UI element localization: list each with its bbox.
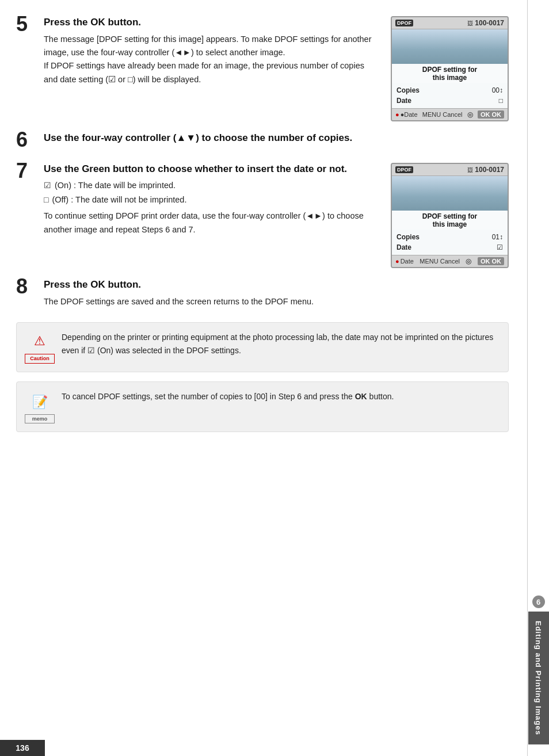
cs2-nav-icon: ◎ xyxy=(466,257,471,265)
camera-screen-1: DPOF 🖼 100-0017 DPOF setting for this im… xyxy=(391,16,509,121)
step-8-title: Press the OK button. xyxy=(44,278,509,292)
cs2-file-info: 🖼 100-0017 xyxy=(467,166,504,174)
memo-text: To cancel DPOF settings, set the number … xyxy=(62,390,394,403)
step-5-body: The message [DPOF setting for this image… xyxy=(44,33,380,86)
cs2-ok-label: OK OK xyxy=(478,257,504,265)
memo-note: memo To cancel DPOF settings, set the nu… xyxy=(16,381,509,432)
cs1-bottom-bar: ●●Date MENU Cancel ◎ OK OK xyxy=(392,108,508,120)
step-7-body: ☑ (On) : The date will be imprinted. □ (… xyxy=(44,180,380,236)
checkbox-off-icon: □ xyxy=(44,194,48,206)
cs1-date-row: Date □ xyxy=(396,96,503,106)
caution-text: Depending on the printer or printing equ… xyxy=(62,331,499,357)
memo-icon-container: memo xyxy=(25,390,55,423)
memo-icon xyxy=(25,390,55,414)
step-5: 5 Press the OK button. The message [DPOF… xyxy=(16,16,509,121)
step-7-item1-label: (On) : The date will be imprinted. xyxy=(55,180,176,192)
step-5-number: 5 xyxy=(16,14,44,35)
caution-note: Caution Depending on the printer or prin… xyxy=(16,322,509,372)
page-number: 136 xyxy=(16,743,29,753)
cs2-date-label: Date xyxy=(396,243,411,251)
page-number-bar: 136 xyxy=(0,740,45,756)
sidebar-chapter-number: 6 xyxy=(532,595,545,608)
step-7-item2-label: (Off) : The date will not be imprinted. xyxy=(52,194,186,207)
memo-label: memo xyxy=(25,414,55,423)
step-7: 7 Use the Green button to choose whether… xyxy=(16,163,509,268)
cs1-file-icon: 🖼 xyxy=(467,20,473,26)
step-8-number: 8 xyxy=(16,276,44,297)
step-7-content: Use the Green button to choose whether t… xyxy=(44,163,509,268)
step-7-item2: □ (Off) : The date will not be imprinted… xyxy=(44,194,380,207)
cs1-date-bottom: ●●Date xyxy=(395,111,418,118)
step-7-title: Use the Green button to choose whether t… xyxy=(44,163,380,176)
cs1-date-label: Date xyxy=(396,97,411,105)
cs2-menu-cancel: MENU Cancel xyxy=(420,258,460,265)
cs2-controls: Copies 01↕ Date ☑ xyxy=(392,230,508,255)
step-6-number: 6 xyxy=(16,129,44,150)
sidebar-tab: Editing and Printing Images xyxy=(528,612,549,744)
step-5-text: Press the OK button. The message [DPOF s… xyxy=(44,16,380,86)
cs2-copies-row: Copies 01↕ xyxy=(396,232,503,242)
cs2-top-bar: DPOF 🖼 100-0017 xyxy=(392,164,508,176)
cs2-file-number: 100-0017 xyxy=(475,166,504,174)
cs1-file-number: 100-0017 xyxy=(475,19,504,27)
cs1-top-bar: DPOF 🖼 100-0017 xyxy=(392,17,508,29)
cs2-date-bottom: ●Date xyxy=(395,258,414,265)
cs1-copies-value: 00↕ xyxy=(492,86,503,94)
step-8-body: The DPOF settings are saved and the scre… xyxy=(44,295,509,308)
cs1-file-info: 🖼 100-0017 xyxy=(467,19,504,27)
cs2-file-icon: 🖼 xyxy=(467,167,473,173)
cs2-date-value: ☑ xyxy=(497,243,503,251)
step-7-number: 7 xyxy=(16,161,44,181)
step-8: 8 Press the OK button. The DPOF settings… xyxy=(16,278,509,308)
sidebar: 6 Editing and Printing Images xyxy=(527,0,549,756)
caution-label: Caution xyxy=(25,354,55,363)
cs2-dpof-icon: DPOF xyxy=(395,166,413,173)
cs2-copies-label: Copies xyxy=(396,233,420,241)
step-5-image: DPOF 🖼 100-0017 DPOF setting for this im… xyxy=(391,16,509,121)
step-8-content: Press the OK button. The DPOF settings a… xyxy=(44,278,509,308)
step-6-title: Use the four-way controller (▲▼) to choo… xyxy=(44,132,509,145)
cs1-ok-label: OK OK xyxy=(478,110,504,119)
cs2-copies-value: 01↕ xyxy=(492,233,503,241)
main-content: 5 Press the OK button. The message [DPOF… xyxy=(0,0,527,756)
step-6: 6 Use the four-way controller (▲▼) to ch… xyxy=(16,132,509,150)
cs1-overlay-title: DPOF setting for this image xyxy=(392,64,508,83)
step-5-content: Press the OK button. The message [DPOF s… xyxy=(44,16,509,121)
cs1-controls: Copies 00↕ Date □ xyxy=(392,83,508,108)
cs1-copies-row: Copies 00↕ xyxy=(396,85,503,96)
step-7-item1: ☑ (On) : The date will be imprinted. xyxy=(44,180,380,192)
cs2-date-row: Date ☑ xyxy=(396,242,503,253)
step-7-text: Use the Green button to choose whether t… xyxy=(44,163,380,236)
step-7-image: DPOF 🖼 100-0017 DPOF setting for this im… xyxy=(391,163,509,268)
step-7-body2: To continue setting DPOF print order dat… xyxy=(44,209,380,236)
cs1-copies-label: Copies xyxy=(396,86,420,94)
cs2-overlay-title: DPOF setting for this image xyxy=(392,211,508,230)
cs1-menu-cancel: MENU Cancel xyxy=(422,111,463,118)
cs1-nav-icon: ◎ xyxy=(467,110,473,119)
cs1-dpof-icon: DPOF xyxy=(395,20,413,26)
step-7-row: Use the Green button to choose whether t… xyxy=(44,163,509,268)
cs1-image-area xyxy=(392,29,508,64)
caution-icon-container: Caution xyxy=(25,331,55,363)
camera-screen-2: DPOF 🖼 100-0017 DPOF setting for this im… xyxy=(391,163,509,268)
step-5-title: Press the OK button. xyxy=(44,16,380,29)
caution-icon xyxy=(25,331,55,355)
step-6-content: Use the four-way controller (▲▼) to choo… xyxy=(44,132,509,148)
sidebar-label: Editing and Printing Images xyxy=(534,621,543,735)
cs2-bottom-bar: ●Date MENU Cancel ◎ OK OK xyxy=(392,255,508,267)
step-5-row: Press the OK button. The message [DPOF s… xyxy=(44,16,509,121)
cs2-image-area xyxy=(392,176,508,211)
cs1-date-value: □ xyxy=(499,97,503,105)
checkbox-on-icon: ☑ xyxy=(44,180,51,192)
